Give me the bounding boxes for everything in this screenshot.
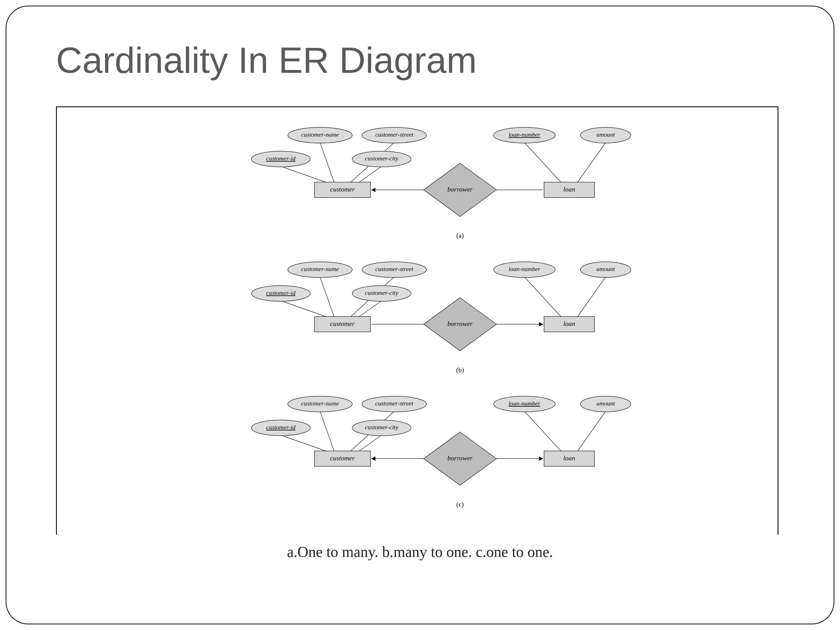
attr-edge <box>578 142 606 182</box>
er-diagram-svg: customer-namecustomer-streetcustomer-idc… <box>57 107 779 536</box>
relationship-borrower-label: borrower <box>447 320 473 327</box>
attr-customer-street-label: customer-street <box>375 400 413 407</box>
attr-edge <box>320 411 334 451</box>
attr-loan-number-label: loan-number <box>508 131 540 138</box>
entity-customer-label: customer <box>330 186 355 193</box>
attr-customer-city-label: customer-city <box>365 289 398 296</box>
attr-customer-city-label: customer-city <box>365 424 398 431</box>
attr-edge <box>281 435 326 451</box>
attr-edge <box>320 142 334 182</box>
subfigure-tag: (a) <box>456 232 464 239</box>
entity-loan-label: loan <box>564 320 575 327</box>
entity-loan-label: loan <box>564 455 575 462</box>
page-title: Cardinality In ER Diagram <box>56 39 477 81</box>
attr-edge <box>359 301 382 317</box>
attr-edge <box>578 411 606 451</box>
attr-edge <box>524 142 561 182</box>
attr-edge <box>320 277 334 317</box>
entity-customer-label: customer <box>330 320 355 327</box>
attr-customer-street-label: customer-street <box>375 131 413 138</box>
attr-edge <box>359 166 382 182</box>
entity-customer-label: customer <box>330 455 355 462</box>
attr-customer-name-label: customer-name <box>301 400 339 407</box>
relationship-borrower-label: borrower <box>447 186 473 193</box>
attr-edge <box>359 435 382 451</box>
attr-amount-label: amount <box>597 400 615 407</box>
attr-customer-city-label: customer-city <box>365 155 398 162</box>
attr-customer-name-label: customer-name <box>301 265 339 272</box>
attr-customer-street-label: customer-street <box>375 265 413 272</box>
caption: a.One to many. b.many to one. c.one to o… <box>0 543 840 561</box>
attr-edge <box>524 277 561 317</box>
attr-edge <box>281 166 326 182</box>
attr-customer-name-label: customer-name <box>301 131 339 138</box>
attr-loan-number-label: loan-number <box>508 265 540 272</box>
relationship-borrower-label: borrower <box>447 455 473 462</box>
entity-loan-label: loan <box>564 186 575 193</box>
attr-edge <box>524 411 561 451</box>
attr-loan-number-label: loan-number <box>508 400 540 407</box>
attr-customer-id-label: customer-id <box>266 289 296 296</box>
subfigure-tag: (b) <box>456 366 464 374</box>
attr-amount-label: amount <box>597 131 615 138</box>
attr-edge <box>281 301 326 317</box>
diagram-frame: customer-namecustomer-streetcustomer-idc… <box>56 106 778 535</box>
attr-amount-label: amount <box>597 265 615 272</box>
subfigure-tag: (c) <box>456 501 464 508</box>
attr-customer-id-label: customer-id <box>266 155 296 162</box>
attr-edge <box>578 277 606 317</box>
attr-customer-id-label: customer-id <box>266 424 296 431</box>
